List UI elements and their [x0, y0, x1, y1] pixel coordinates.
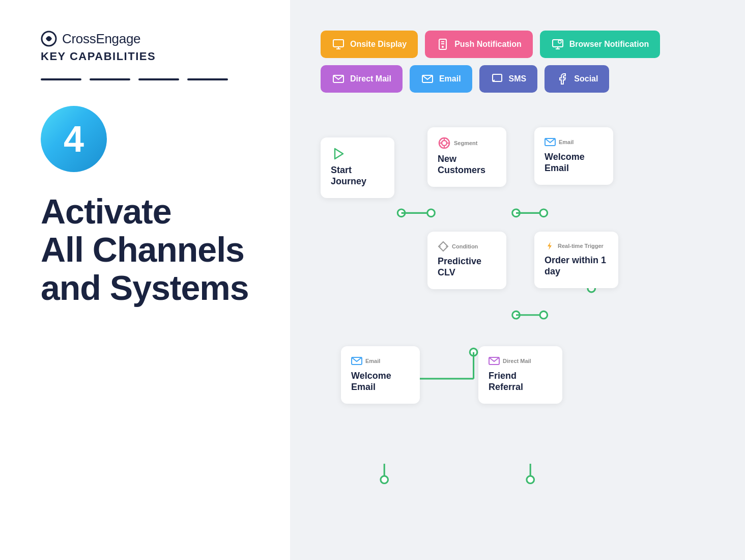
directmail-node-icon: Direct Mail [489, 355, 552, 367]
crossengage-logo-icon [41, 31, 57, 47]
sms-icon [491, 72, 504, 86]
sms-button[interactable]: SMS [479, 65, 538, 93]
condition-icon: Condition [438, 241, 496, 252]
email-welcome-icon: Email [545, 136, 603, 148]
trigger-title: Order within 1 day [545, 255, 608, 277]
push-notification-label: Push Notification [454, 40, 522, 49]
start-journey-title: Start Journey [331, 165, 384, 187]
number-badge: 4 [41, 106, 107, 172]
social-icon [556, 72, 569, 86]
email-welcome2-title: Welcome Email [351, 371, 410, 393]
svg-rect-1 [333, 40, 343, 47]
condition-label: Condition [452, 243, 478, 249]
push-notification-button[interactable]: Push Notification [425, 31, 533, 58]
segment-label: Segment [454, 140, 477, 146]
email-welcome2-icon: Email [351, 355, 410, 367]
headline: Activate All Channels and Systems [41, 192, 260, 306]
email-button[interactable]: Email [410, 65, 472, 93]
divider-row [41, 78, 260, 80]
email-welcome-node: Email Welcome Email [534, 127, 613, 185]
flow-area: Start Journey Segment New Customers [321, 112, 735, 550]
directmail-node: Direct Mail Friend Referral [478, 346, 562, 404]
channels-area: Onsite Display Push Notification [321, 31, 725, 93]
divider-2 [90, 78, 130, 80]
onsite-icon [332, 38, 345, 51]
left-panel: CrossEngage KEY CAPABILITIES 4 Activate … [0, 0, 290, 560]
directmail-node-label: Direct Mail [503, 358, 531, 364]
svg-point-16 [540, 209, 548, 217]
headline-line3: and Systems [41, 269, 260, 307]
divider-1 [41, 78, 81, 80]
svg-point-22 [540, 311, 548, 319]
browser-icon [551, 38, 564, 51]
trigger-icon: Real-time Trigger [545, 241, 608, 251]
svg-marker-48 [548, 242, 552, 250]
svg-point-5 [442, 46, 443, 47]
svg-point-11 [397, 209, 405, 217]
svg-marker-37 [335, 149, 343, 159]
channels-row-2: Direct Mail Email SMS [321, 65, 725, 93]
divider-4 [187, 78, 228, 80]
condition-node: Condition Predictive CLV [427, 232, 506, 289]
start-icon [331, 147, 384, 161]
social-button[interactable]: Social [545, 65, 609, 93]
logo-area: CrossEngage [41, 31, 260, 47]
condition-title: Predictive CLV [438, 256, 496, 278]
direct-mail-label: Direct Mail [350, 74, 391, 83]
email-welcome2-label: Email [365, 358, 380, 364]
svg-point-39 [442, 141, 447, 146]
svg-point-36 [527, 476, 534, 484]
trigger-label: Real-time Trigger [558, 243, 604, 249]
start-journey-node: Start Journey [321, 137, 394, 198]
svg-point-34 [381, 476, 388, 484]
social-label: Social [574, 74, 598, 83]
directmail-title: Friend Referral [489, 371, 552, 393]
segment-node: Segment New Customers [427, 127, 506, 187]
email-welcome-label: Email [559, 139, 574, 145]
svg-point-14 [512, 209, 520, 217]
headline-line2: All Channels [41, 231, 260, 269]
divider-3 [138, 78, 179, 80]
number-value: 4 [64, 121, 84, 157]
email-label: Email [439, 74, 461, 83]
headline-line1: Activate [41, 192, 260, 231]
browser-notification-button[interactable]: Browser Notification [540, 31, 660, 58]
push-icon [436, 38, 449, 51]
email-icon [421, 72, 434, 86]
logo-text: CrossEngage [62, 31, 140, 47]
email-welcome2-node: Email Welcome Email [341, 346, 420, 404]
svg-point-13 [427, 209, 435, 217]
sms-label: SMS [509, 74, 527, 83]
onsite-display-label: Onsite Display [350, 40, 407, 49]
onsite-display-button[interactable]: Onsite Display [321, 31, 418, 58]
key-capabilities-label: KEY CAPABILITIES [41, 50, 260, 63]
directmail-icon [332, 72, 345, 86]
right-panel: Onsite Display Push Notification [290, 0, 745, 560]
channels-row-1: Onsite Display Push Notification [321, 31, 725, 58]
email-welcome-title: Welcome Email [545, 152, 603, 174]
segment-icon: Segment [438, 136, 496, 150]
svg-point-7 [558, 40, 561, 43]
direct-mail-button[interactable]: Direct Mail [321, 65, 403, 93]
svg-point-23 [470, 348, 477, 356]
svg-point-20 [512, 311, 520, 319]
trigger-node: Real-time Trigger Order within 1 day [534, 232, 618, 288]
browser-notification-label: Browser Notification [569, 40, 649, 49]
segment-title: New Customers [438, 154, 496, 176]
